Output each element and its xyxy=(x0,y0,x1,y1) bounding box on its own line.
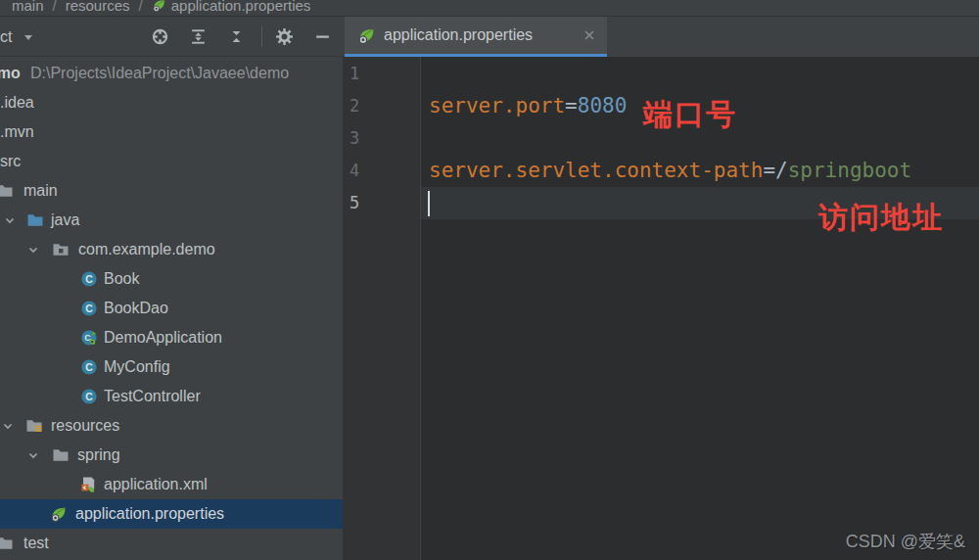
tree-item-.mvn[interactable]: .mvn xyxy=(0,117,343,147)
project-tree: demoD:\Projects\IdeaProject\Javaee\demo.… xyxy=(0,57,343,560)
tree-item-label: main xyxy=(23,176,58,206)
project-view-selector-label: ct xyxy=(0,28,12,46)
tree-item-label: src xyxy=(0,147,21,176)
hide-panel-icon[interactable] xyxy=(309,24,335,50)
close-icon[interactable] xyxy=(582,27,597,43)
annotation-text: 端口号 xyxy=(643,100,737,129)
text-cursor xyxy=(428,191,430,216)
collapse-all-icon[interactable] xyxy=(223,24,249,50)
line-number: 3 xyxy=(350,122,389,155)
tree-item-label: DemoApplication xyxy=(104,323,222,352)
chevron-down-icon xyxy=(22,30,35,44)
line-number: 4 xyxy=(350,155,389,187)
project-root-name: demo xyxy=(0,59,21,88)
tree-item-label: TestController xyxy=(104,382,201,411)
tree-item-resources[interactable]: resources xyxy=(0,411,343,441)
line-number: 2 xyxy=(350,90,389,122)
tree-item-DemoApplication[interactable]: CDemoApplication xyxy=(0,323,343,352)
svg-text:C: C xyxy=(85,361,93,373)
chevron-down-icon[interactable] xyxy=(2,206,18,235)
breadcrumb: main/resources/application.properties xyxy=(12,0,310,17)
main-area: demoD:\Projects\IdeaProject\Javaee\demo.… xyxy=(0,57,979,560)
tree-item-label: application.xml xyxy=(104,470,208,499)
tree-item-application.xml[interactable]: application.xml xyxy=(0,470,343,499)
tree-item-BookDao[interactable]: CBookDao xyxy=(0,294,343,323)
folder-icon xyxy=(52,441,70,470)
tree-item-project-root[interactable]: demoD:\Projects\IdeaProject\Javaee\demo xyxy=(0,59,343,88)
breadcrumb-item-label: resources xyxy=(66,0,130,14)
tree-item-com.example.demo[interactable]: com.example.demo xyxy=(0,235,343,264)
breadcrumb-item-main[interactable]: main xyxy=(12,0,44,14)
class-icon: C xyxy=(80,294,98,323)
chevron-down-icon[interactable] xyxy=(0,411,16,441)
tree-item-.idea[interactable]: .idea xyxy=(0,88,343,117)
code-line[interactable] xyxy=(429,58,979,90)
code-token: server.servlet.context-path xyxy=(429,159,763,182)
tree-item-application.properties[interactable]: application.properties xyxy=(0,499,343,529)
spring-class-icon: C xyxy=(80,323,98,352)
breadcrumb-separator: / xyxy=(53,0,57,14)
ide-window: main/resources/application.properties ct… xyxy=(0,0,979,560)
code-token: 8080 xyxy=(578,94,628,117)
xml-spring-icon xyxy=(79,470,97,499)
tree-item-label: java xyxy=(51,206,79,235)
tree-item-label: Book xyxy=(104,264,139,294)
svg-text:C: C xyxy=(85,273,93,285)
locate-icon[interactable] xyxy=(147,24,172,50)
resources-folder-icon xyxy=(25,411,43,441)
code-token: server.port xyxy=(429,94,565,117)
chevron-down-icon[interactable] xyxy=(25,235,41,264)
annotation-text: 访问地址 xyxy=(818,203,944,232)
navigation-breadcrumb-bar: main/resources/application.properties xyxy=(0,0,979,17)
expand-all-icon[interactable] xyxy=(185,24,210,50)
tree-item-label: com.example.demo xyxy=(78,235,215,264)
tree-item-label: spring xyxy=(77,441,120,470)
tree-item-MyConfig[interactable]: CMyConfig xyxy=(0,352,343,382)
breadcrumb-item-label: main xyxy=(12,0,44,14)
tree-item-java[interactable]: java xyxy=(0,206,343,235)
breadcrumb-item-application.properties[interactable]: application.properties xyxy=(152,0,311,14)
code-line[interactable]: server.servlet.context-path=/springboot xyxy=(429,155,979,187)
watermark: CSDN @爱笑& xyxy=(846,530,965,553)
tree-item-spring[interactable]: spring xyxy=(0,441,343,470)
code-token: = xyxy=(565,94,578,117)
spring-leaf-icon xyxy=(50,499,68,529)
class-icon: C xyxy=(80,352,98,382)
line-number: 5 xyxy=(350,187,389,219)
breadcrumb-item-resources[interactable]: resources xyxy=(66,0,130,14)
class-icon: C xyxy=(80,382,98,411)
settings-gear-icon[interactable] xyxy=(271,24,297,50)
tree-item-label: .idea xyxy=(0,88,34,117)
breadcrumb-item-label: application.properties xyxy=(171,0,311,14)
spring-leaf-icon xyxy=(152,0,166,13)
code-token: = xyxy=(763,159,775,182)
tree-item-main[interactable]: main xyxy=(0,176,343,206)
tab-label: application.properties xyxy=(384,26,574,44)
tree-item-label: resources xyxy=(51,411,119,441)
tree-item-label: BookDao xyxy=(104,294,168,323)
project-toolbar xyxy=(147,17,335,57)
tree-item-test[interactable]: test xyxy=(0,529,343,558)
toolbar-separator xyxy=(261,26,262,47)
tree-item-TestController[interactable]: CTestController xyxy=(0,382,343,411)
code-token: / xyxy=(775,159,788,182)
tree-item-label: application.properties xyxy=(75,499,224,529)
spring-leaf-icon xyxy=(357,26,376,45)
breadcrumb-separator: / xyxy=(139,0,143,14)
class-icon: C xyxy=(80,264,98,294)
editor[interactable]: 12345 server.port=8080server.servlet.con… xyxy=(343,57,979,560)
tree-item-Book[interactable]: CBook xyxy=(0,264,343,294)
project-panel-header: ct xyxy=(0,17,344,57)
editor-gutter[interactable]: 12345 xyxy=(343,57,421,560)
chevron-down-icon[interactable] xyxy=(25,441,41,470)
folder-icon xyxy=(0,529,14,558)
package-icon xyxy=(52,235,70,264)
tab-application-properties[interactable]: application.properties xyxy=(345,17,607,57)
code-token: springboot xyxy=(788,159,911,182)
project-view-selector[interactable]: ct xyxy=(0,17,35,57)
tree-item-label: MyConfig xyxy=(104,352,170,382)
folder-icon xyxy=(0,176,14,206)
folder-blue-icon xyxy=(26,206,44,235)
tree-item-label: .mvn xyxy=(0,117,34,147)
tree-item-src[interactable]: src xyxy=(0,147,343,176)
